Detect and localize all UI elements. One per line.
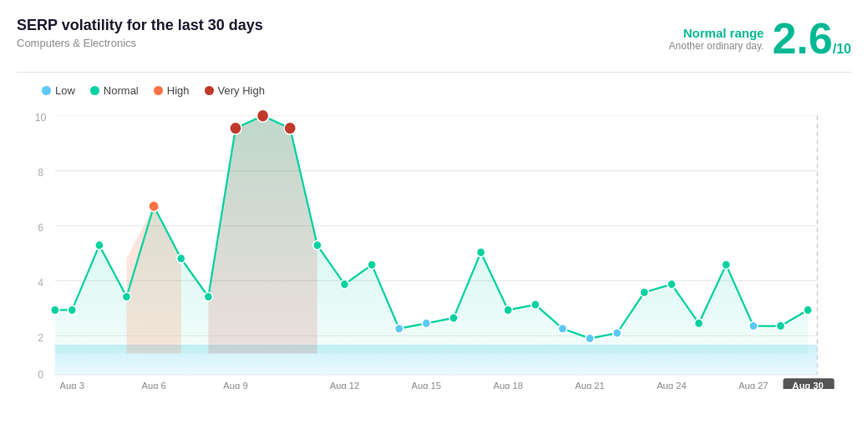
dot-aug29 — [749, 321, 758, 331]
dot-aug10-vhigh — [284, 122, 296, 134]
high-area-aug6 — [127, 206, 181, 353]
dot-aug7 — [177, 255, 185, 264]
x-label-aug12: Aug 12 — [330, 381, 360, 389]
very-high-area-aug9 — [208, 116, 317, 354]
dot-aug22 — [613, 329, 622, 338]
x-label-aug21: Aug 21 — [575, 381, 605, 389]
header-left: SERP volatility for the last 30 days Com… — [17, 17, 263, 49]
x-label-aug15: Aug 15 — [412, 381, 442, 389]
legend-normal-label: Normal — [104, 84, 139, 97]
range-label: Normal range Another ordinary day. — [669, 26, 764, 52]
x-label-aug27: Aug 27 — [739, 381, 769, 389]
dot-aug30 — [804, 305, 812, 315]
y-label-6: 6 — [38, 222, 43, 234]
legend-high-label: High — [167, 84, 190, 97]
chart-svg: 10 8 6 4 2 0 — [17, 105, 851, 389]
x-label-aug9: Aug 9 — [223, 381, 247, 389]
dot-aug26 — [694, 319, 703, 328]
dot-aug6-high — [149, 201, 159, 212]
dot-aug9b-vhigh — [256, 109, 268, 122]
score-denom: /10 — [833, 42, 851, 57]
legend-very-high: Very High — [205, 84, 265, 97]
dot-aug29b — [776, 321, 784, 331]
x-label-aug6: Aug 6 — [141, 381, 165, 389]
dot-aug15 — [395, 324, 404, 333]
low-dot-icon — [42, 86, 51, 95]
y-label-8: 8 — [38, 167, 43, 179]
score-display: 2.6 /10 — [772, 17, 851, 60]
page-title: SERP volatility for the last 30 days — [17, 17, 263, 34]
legend-low: Low — [42, 84, 75, 97]
y-label-10: 10 — [35, 112, 47, 124]
legend-low-label: Low — [55, 84, 75, 97]
dot-aug20 — [531, 300, 540, 310]
legend-high: High — [154, 84, 190, 97]
dot-aug16 — [422, 319, 430, 328]
x-label-aug18: Aug 18 — [493, 381, 523, 389]
chart-area: 10 8 6 4 2 0 — [17, 105, 851, 389]
dot-aug3 — [51, 305, 59, 315]
range-title: Normal range — [669, 26, 764, 40]
dot-aug21a — [558, 324, 566, 333]
dot-aug18 — [476, 248, 485, 257]
dot-aug5 — [122, 292, 130, 301]
very-high-dot-icon — [205, 86, 214, 95]
range-sub: Another ordinary day. — [669, 40, 764, 52]
legend-normal: Normal — [90, 84, 139, 97]
dot-aug3b — [68, 305, 76, 315]
score-value: 2.6 — [772, 17, 832, 60]
x-label-aug30: Aug 30 — [792, 381, 823, 389]
main-container: SERP volatility for the last 30 days Com… — [0, 0, 868, 424]
x-label-aug24: Aug 24 — [657, 381, 687, 389]
dot-aug13 — [368, 260, 376, 270]
dot-aug8 — [204, 292, 212, 301]
y-label-4: 4 — [38, 277, 43, 289]
legend-very-high-label: Very High — [218, 84, 265, 97]
header: SERP volatility for the last 30 days Com… — [17, 17, 851, 73]
dot-aug12 — [340, 280, 348, 289]
dot-aug21b — [586, 334, 594, 343]
x-label-aug3: Aug 3 — [60, 381, 84, 389]
high-dot-icon — [154, 86, 163, 95]
header-right: Normal range Another ordinary day. 2.6 /… — [669, 17, 851, 60]
dot-aug19 — [504, 305, 512, 315]
y-label-2: 2 — [38, 331, 43, 343]
dot-aug25 — [667, 280, 676, 289]
dot-aug4 — [95, 241, 104, 250]
normal-dot-icon — [90, 86, 99, 95]
y-label-0: 0 — [38, 369, 43, 381]
dot-aug17 — [449, 314, 458, 323]
dot-aug9a-vhigh — [230, 122, 241, 134]
dot-aug24 — [640, 288, 648, 297]
page-subtitle: Computers & Electronics — [17, 37, 263, 49]
chart-legend: Low Normal High Very High — [17, 73, 851, 102]
dot-aug11 — [313, 241, 322, 250]
dot-aug27 — [722, 260, 730, 270]
